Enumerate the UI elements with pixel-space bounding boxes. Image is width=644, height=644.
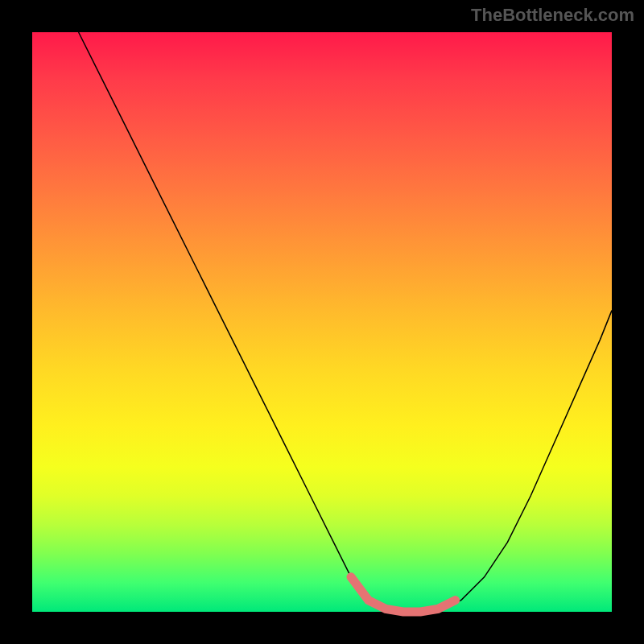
plot-area (32, 32, 612, 612)
curve-svg (32, 32, 612, 612)
bottleneck-curve-line (79, 32, 612, 612)
well-region-highlight (351, 577, 456, 612)
chart-container: TheBottleneck.com (0, 0, 644, 644)
watermark-text: TheBottleneck.com (471, 5, 634, 26)
